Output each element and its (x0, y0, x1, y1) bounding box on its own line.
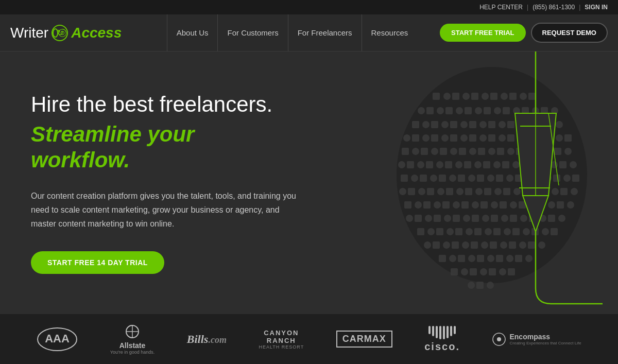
svg-point-198 (519, 241, 526, 249)
svg-point-16 (437, 107, 444, 114)
svg-rect-213 (470, 268, 477, 275)
svg-rect-33 (450, 121, 457, 128)
client-logo-encompass: Encompass Creating Experiences that Conn… (492, 332, 581, 346)
svg-point-32 (441, 121, 449, 128)
logo[interactable]: Writer Access (10, 25, 144, 41)
svg-rect-118 (572, 175, 579, 182)
svg-point-212 (461, 268, 468, 275)
hero-illustration (345, 51, 603, 314)
logo-writer: Writer (10, 25, 48, 41)
svg-rect-3 (433, 93, 440, 100)
hero-cta-button[interactable]: START FREE 14 DAY TRIAL (31, 251, 164, 274)
svg-rect-181 (493, 228, 501, 235)
client-logo-carmax: CARMAX (336, 331, 392, 348)
svg-rect-67 (440, 148, 447, 155)
header: Writer Access About Us For Customers For… (0, 14, 618, 51)
svg-rect-82 (407, 161, 414, 168)
svg-rect-126 (465, 188, 472, 195)
svg-point-168 (520, 215, 527, 222)
svg-point-176 (447, 228, 454, 235)
svg-rect-88 (464, 161, 471, 168)
svg-point-53 (479, 134, 487, 142)
top-bar: HELP CENTER | (855) 861-1300 | SIGN IN (0, 0, 618, 14)
svg-rect-90 (483, 161, 490, 168)
svg-rect-7 (471, 93, 478, 100)
client-logo-canyon-ranch: CANYONRANCH HEALTH RESORT (259, 329, 304, 350)
svg-point-91 (493, 161, 501, 168)
svg-rect-23 (503, 107, 510, 114)
svg-point-12 (520, 93, 527, 100)
request-demo-button[interactable]: REQUEST DEMO (531, 23, 608, 43)
svg-point-121 (418, 188, 425, 195)
svg-rect-79 (554, 148, 561, 155)
svg-rect-17 (445, 107, 453, 114)
svg-rect-159 (434, 215, 441, 222)
svg-point-22 (494, 107, 501, 114)
svg-rect-154 (557, 201, 564, 209)
hero-description: Our content creation platform gives you … (31, 189, 299, 231)
svg-point-81 (398, 161, 405, 168)
svg-point-89 (474, 161, 482, 168)
svg-rect-146 (480, 201, 488, 209)
svg-point-188 (424, 241, 431, 249)
nav-for-freelancers[interactable]: For Freelancers (288, 14, 362, 51)
svg-point-172 (558, 215, 565, 222)
svg-point-137 (571, 188, 578, 195)
svg-rect-173 (417, 228, 424, 235)
svg-rect-197 (509, 241, 516, 249)
svg-rect-65 (421, 148, 428, 155)
svg-rect-29 (412, 121, 419, 128)
svg-point-190 (443, 241, 450, 249)
svg-point-68 (450, 148, 457, 155)
svg-point-34 (460, 121, 468, 128)
start-free-trial-button[interactable]: START FREE TRIAL (440, 24, 526, 42)
svg-rect-161 (453, 215, 460, 222)
svg-rect-102 (420, 175, 427, 182)
svg-point-18 (456, 107, 463, 114)
svg-point-143 (453, 201, 460, 209)
svg-rect-187 (551, 228, 558, 235)
help-center-link[interactable]: HELP CENTER (479, 4, 523, 11)
svg-point-123 (437, 188, 444, 195)
svg-point-80 (564, 148, 572, 155)
svg-rect-140 (423, 201, 431, 209)
svg-point-145 (472, 201, 479, 209)
svg-point-156 (406, 215, 413, 222)
svg-point-216 (499, 268, 506, 275)
svg-rect-217 (508, 268, 515, 275)
svg-rect-201 (439, 255, 446, 262)
client-logo-cisco: cisco. (424, 326, 460, 353)
svg-point-45 (403, 134, 410, 142)
svg-rect-37 (488, 121, 495, 128)
svg-rect-39 (507, 121, 514, 128)
svg-point-131 (513, 188, 521, 195)
svg-point-206 (487, 255, 494, 262)
svg-point-66 (431, 148, 438, 155)
hero-title: Hire the best freelancers. (31, 92, 299, 117)
svg-point-117 (563, 175, 571, 182)
svg-rect-31 (431, 121, 438, 128)
svg-point-47 (422, 134, 430, 142)
svg-rect-86 (445, 161, 452, 168)
svg-rect-15 (426, 107, 434, 114)
svg-point-147 (491, 201, 498, 209)
svg-point-36 (479, 121, 487, 128)
svg-rect-211 (451, 268, 458, 275)
svg-point-149 (510, 201, 517, 209)
svg-rect-100 (401, 175, 408, 182)
svg-point-119 (399, 188, 406, 195)
svg-rect-84 (426, 161, 433, 168)
svg-rect-69 (459, 148, 466, 155)
svg-rect-62 (564, 134, 572, 142)
svg-point-220 (487, 282, 494, 289)
nav-about-us[interactable]: About Us (167, 14, 218, 51)
svg-rect-142 (442, 201, 450, 209)
svg-point-72 (488, 148, 495, 155)
svg-text:AAA: AAA (45, 332, 70, 345)
sign-in-link[interactable]: SIGN IN (585, 4, 608, 11)
svg-point-6 (462, 93, 470, 100)
logo-access: Access (71, 25, 122, 41)
svg-point-55 (499, 134, 506, 142)
nav-for-customers[interactable]: For Customers (218, 14, 288, 51)
nav-resources[interactable]: Resources (362, 14, 418, 51)
